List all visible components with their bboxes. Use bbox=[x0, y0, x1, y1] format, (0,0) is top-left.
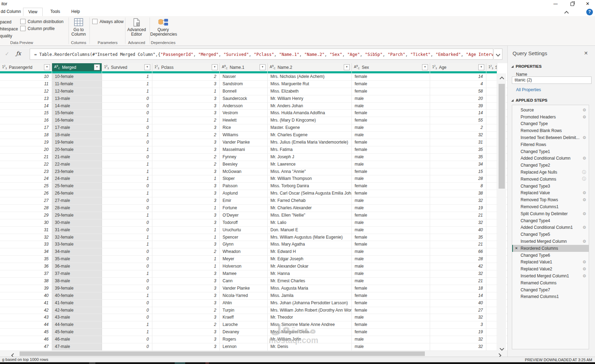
cell[interactable]: 3 bbox=[152, 103, 220, 110]
cell[interactable]: 30-male bbox=[52, 219, 102, 226]
cell[interactable]: 8 bbox=[430, 183, 486, 190]
commit-check-icon[interactable]: ✓ bbox=[5, 51, 9, 57]
cell[interactable]: 41 bbox=[0, 300, 52, 307]
help-button[interactable]: ? bbox=[586, 9, 593, 15]
cell[interactable]: 33 bbox=[0, 241, 52, 248]
cell[interactable]: 2 bbox=[152, 161, 220, 168]
cell[interactable]: 42-female bbox=[52, 307, 102, 314]
cell[interactable]: female bbox=[352, 81, 430, 88]
formula-expand-button[interactable] bbox=[494, 49, 502, 60]
cell[interactable]: 2 bbox=[152, 132, 220, 139]
cell[interactable]: 1 bbox=[152, 88, 220, 95]
cell[interactable]: 28 bbox=[0, 205, 52, 212]
gear-icon[interactable]: ⚙ bbox=[582, 239, 586, 244]
cell[interactable]: female bbox=[352, 168, 430, 175]
cell[interactable]: Rice bbox=[220, 124, 268, 131]
cell[interactable]: Mr. William Henry bbox=[268, 95, 352, 102]
cell[interactable]: 40 bbox=[0, 292, 52, 299]
close-button[interactable]: ✕ bbox=[582, 0, 594, 8]
cell[interactable] bbox=[486, 197, 497, 204]
tab-view[interactable]: View bbox=[23, 8, 43, 16]
column-header-sex[interactable]: ABCSex▾ bbox=[352, 63, 430, 71]
cell[interactable]: male bbox=[352, 314, 430, 321]
column-header-survived[interactable]: 123Survived▾ bbox=[102, 63, 152, 71]
cell[interactable] bbox=[486, 343, 497, 350]
gear-icon[interactable]: ⚙ bbox=[582, 274, 586, 278]
cell[interactable]: 37 bbox=[0, 270, 52, 277]
cell[interactable]: 36 bbox=[0, 263, 52, 270]
column-header-merged[interactable]: ABCMerged▾ bbox=[52, 63, 102, 71]
cell[interactable]: Uruchurtu bbox=[220, 227, 268, 234]
horizontal-scrollbar[interactable] bbox=[0, 351, 507, 357]
cell[interactable]: Devaney bbox=[220, 329, 268, 336]
cell[interactable]: 19 bbox=[430, 329, 486, 336]
cell[interactable]: 3 bbox=[152, 146, 220, 153]
cell[interactable] bbox=[486, 124, 497, 131]
cell[interactable]: Mr. Denis bbox=[268, 343, 352, 350]
cell[interactable] bbox=[486, 154, 497, 161]
cell[interactable]: 31 bbox=[0, 227, 52, 234]
cell[interactable]: 14 bbox=[430, 73, 486, 80]
cell[interactable]: 0 bbox=[102, 263, 152, 270]
filter-dropdown-icon[interactable]: ▾ bbox=[94, 64, 100, 70]
cell[interactable]: 1 bbox=[102, 329, 152, 336]
cell[interactable]: 13-male bbox=[52, 95, 102, 102]
cell[interactable]: Don. Manuel E bbox=[268, 227, 352, 234]
applied-step-inserted-merged-column1[interactable]: Inserted Merged Column1⚙ bbox=[512, 272, 589, 279]
cell[interactable]: 0 bbox=[102, 95, 152, 102]
cell[interactable]: 47 bbox=[0, 343, 52, 350]
cell[interactable]: male bbox=[352, 336, 430, 343]
properties-section-header[interactable]: PROPERTIES bbox=[511, 64, 542, 68]
all-properties-link[interactable]: All Properties bbox=[516, 87, 541, 92]
cell[interactable]: male bbox=[352, 103, 430, 110]
applied-step-added-conditional-column[interactable]: Added Conditional Column⚙ bbox=[512, 155, 589, 162]
gear-icon[interactable]: ⚙ bbox=[582, 190, 586, 195]
cell[interactable] bbox=[486, 146, 497, 153]
cell[interactable]: 25 bbox=[0, 183, 52, 190]
cell[interactable]: 1 bbox=[152, 175, 220, 182]
query-dependencies-button[interactable]: Query Dependencies bbox=[150, 17, 176, 39]
cell[interactable]: 38 bbox=[0, 278, 52, 285]
cell[interactable]: Fortune bbox=[220, 205, 268, 212]
applied-step-changed-type6[interactable]: Changed Type6 bbox=[512, 252, 589, 259]
cell[interactable]: Nasser bbox=[220, 73, 268, 80]
cell[interactable]: 16 bbox=[0, 117, 52, 124]
cell[interactable]: 31 bbox=[430, 139, 486, 146]
cell[interactable]: 2 bbox=[430, 124, 486, 131]
cell[interactable]: 1 bbox=[152, 205, 220, 212]
cell[interactable]: Mr. Lawrence bbox=[268, 161, 352, 168]
cell[interactable]: 22 bbox=[0, 161, 52, 168]
cell[interactable]: 0 bbox=[102, 197, 152, 204]
cell[interactable]: 23-female bbox=[52, 168, 102, 175]
cell[interactable]: Saundercock bbox=[220, 95, 268, 102]
cell[interactable]: 35 bbox=[430, 146, 486, 153]
cell[interactable]: 40 bbox=[430, 227, 486, 234]
cell[interactable] bbox=[486, 234, 497, 241]
cell[interactable]: male bbox=[352, 197, 430, 204]
filter-dropdown-icon[interactable]: ▾ bbox=[44, 64, 50, 70]
cell[interactable]: 43 bbox=[0, 314, 52, 321]
filter-dropdown-icon[interactable]: ▾ bbox=[260, 64, 266, 70]
cell[interactable]: 14 bbox=[430, 110, 486, 117]
cell[interactable]: 32 bbox=[430, 270, 486, 277]
cell[interactable] bbox=[486, 81, 497, 88]
scroll-up-icon[interactable] bbox=[500, 75, 505, 80]
cell[interactable]: 66 bbox=[430, 248, 486, 255]
column-header-name.2[interactable]: ABCName.2▾ bbox=[268, 63, 352, 71]
cell[interactable]: Miss. Mary Agatha bbox=[268, 241, 352, 248]
cell[interactable] bbox=[486, 117, 497, 124]
cell[interactable] bbox=[486, 321, 497, 328]
cell[interactable]: 21 bbox=[430, 212, 486, 219]
cell[interactable]: 20 bbox=[430, 95, 486, 102]
cell[interactable]: 3 bbox=[152, 95, 220, 102]
cell[interactable]: 3 bbox=[152, 124, 220, 131]
cell[interactable]: Holverson bbox=[220, 263, 268, 270]
applied-step-renamed-columns1[interactable]: Renamed Columns1 bbox=[512, 293, 589, 300]
cell[interactable]: 32 bbox=[430, 343, 486, 350]
cell[interactable]: 0 bbox=[102, 124, 152, 131]
cell[interactable]: 1 bbox=[152, 227, 220, 234]
cell[interactable]: female bbox=[352, 146, 430, 153]
cell[interactable]: Miss. Ellen "Nellie" bbox=[268, 212, 352, 219]
cell[interactable]: male bbox=[352, 175, 430, 182]
cell[interactable]: female bbox=[352, 190, 430, 197]
